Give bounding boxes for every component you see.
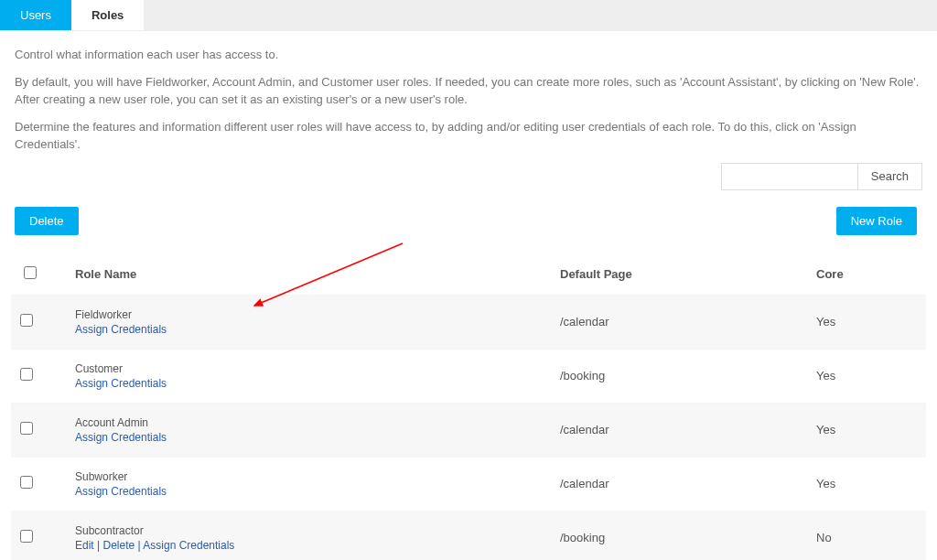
core-cell: Yes [816, 477, 917, 490]
role-action-links: Assign Credentials [75, 431, 560, 444]
tab-roles[interactable]: Roles [71, 0, 144, 30]
table-header-row: Role Name Default Page Core [11, 253, 926, 295]
description-line-3: Determine the features and information d… [15, 118, 922, 154]
default-page-cell: /booking [560, 369, 816, 382]
select-all-checkbox[interactable] [24, 266, 37, 279]
core-cell: Yes [816, 369, 917, 382]
assign-credentials-link[interactable]: Assign Credentials [75, 377, 167, 390]
role-action-links: Edit | Delete | Assign Credentials [75, 539, 560, 552]
assign-credentials-link[interactable]: Assign Credentials [75, 431, 167, 444]
header-core: Core [816, 267, 917, 281]
table-row: SubworkerAssign Credentials/calendarYes [11, 457, 926, 511]
row-checkbox[interactable] [20, 476, 33, 489]
assign-credentials-link[interactable]: Assign Credentials [143, 539, 234, 552]
row-checkbox[interactable] [20, 530, 33, 543]
table-row: SubcontractorEdit | Delete | Assign Cred… [11, 511, 926, 561]
description-line-2: By default, you will have Fieldworker, A… [15, 73, 922, 109]
role-name-text: Customer [75, 362, 560, 375]
content-area: Control what information each user has a… [0, 31, 937, 190]
assign-credentials-link[interactable]: Assign Credentials [75, 485, 167, 498]
search-toolbar: Search [15, 163, 922, 190]
default-page-cell: /calendar [560, 423, 816, 436]
table-row: FieldworkerAssign Credentials/calendarYe… [11, 295, 926, 349]
table-row: Account AdminAssign Credentials/calendar… [11, 403, 926, 457]
roles-table: Role Name Default Page Core FieldworkerA… [11, 253, 926, 561]
assign-credentials-link[interactable]: Assign Credentials [75, 323, 167, 336]
role-action-links: Assign Credentials [75, 485, 560, 498]
default-page-cell: /calendar [560, 477, 816, 490]
header-role-name: Role Name [75, 267, 560, 281]
edit-link[interactable]: Edit [75, 539, 94, 552]
row-checkbox[interactable] [20, 422, 33, 435]
role-action-links: Assign Credentials [75, 377, 560, 390]
core-cell: Yes [816, 423, 917, 436]
default-page-cell: /booking [560, 531, 816, 544]
core-cell: Yes [816, 315, 917, 328]
search-button[interactable]: Search [858, 163, 922, 190]
role-name-text: Subcontractor [75, 524, 560, 537]
delete-link[interactable]: Delete [102, 539, 135, 552]
core-cell: No [816, 531, 917, 544]
row-checkbox[interactable] [20, 368, 33, 381]
role-name-text: Fieldworker [75, 308, 560, 321]
role-name-text: Account Admin [75, 416, 560, 429]
tab-bar: Users Roles [0, 0, 937, 31]
search-input[interactable] [721, 163, 858, 190]
default-page-cell: /calendar [560, 315, 816, 328]
new-role-button[interactable]: New Role [836, 207, 917, 235]
tab-users[interactable]: Users [0, 0, 71, 30]
action-bar: Delete New Role [11, 194, 926, 248]
role-action-links: Assign Credentials [75, 323, 560, 336]
table-row: CustomerAssign Credentials/bookingYes [11, 349, 926, 403]
header-default-page: Default Page [560, 267, 816, 281]
delete-button[interactable]: Delete [15, 207, 79, 235]
description-line-1: Control what information each user has a… [15, 46, 922, 64]
row-checkbox[interactable] [20, 314, 33, 327]
role-name-text: Subworker [75, 470, 560, 483]
